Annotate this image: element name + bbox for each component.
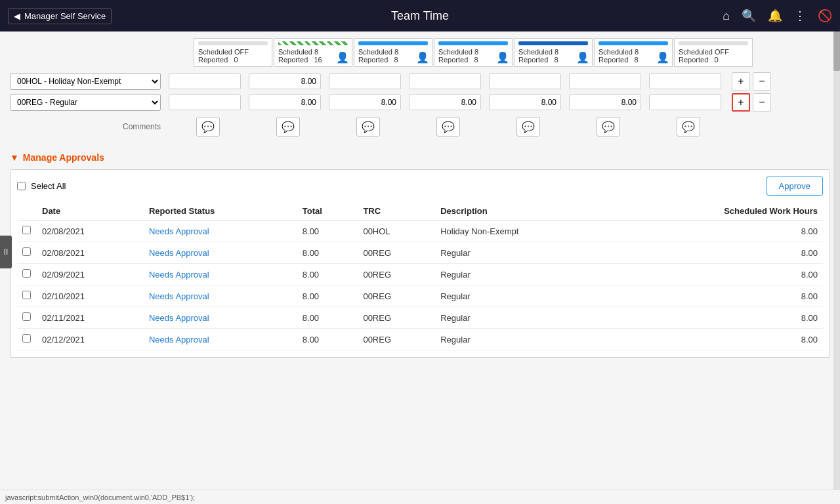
- row-2-input-3[interactable]: [329, 94, 401, 110]
- row-1-cell-7: [649, 74, 728, 89]
- comments-label: Comments: [10, 122, 167, 131]
- comment-icon-button-4[interactable]: 💬: [436, 117, 460, 136]
- row-total-1: 8.00: [297, 220, 358, 242]
- row-checkbox-6[interactable]: [22, 334, 31, 343]
- scrollbar[interactable]: [833, 32, 840, 501]
- needs-approval-link-1[interactable]: Needs Approval: [149, 226, 209, 236]
- row-status-4: Needs Approval: [144, 285, 297, 307]
- row-1-input-4[interactable]: [409, 74, 481, 89]
- day-col-bar-3: [358, 41, 428, 45]
- comment-btn-5: 💬: [489, 117, 568, 136]
- search-icon[interactable]: 🔍: [742, 9, 756, 23]
- status-bar: javascript:submitAction_win0(document.wi…: [0, 490, 840, 501]
- table-row: 02/08/2021 Needs Approval 8.00 00HOL Hol…: [17, 220, 823, 242]
- day-col-scheduled-1: Scheduled OFF: [198, 48, 268, 56]
- row-description-3: Regular: [435, 264, 614, 285]
- row-1-input-3[interactable]: [329, 74, 401, 89]
- needs-approval-link-6[interactable]: Needs Approval: [149, 335, 209, 345]
- row-1-cell-4: [409, 74, 488, 89]
- row-checkbox-5[interactable]: [22, 312, 31, 321]
- manage-approvals-header[interactable]: ▼ Manage Approvals: [10, 152, 830, 163]
- row-trc-3: 00REG: [358, 264, 435, 285]
- select-all-area: Select All: [17, 181, 66, 191]
- row-description-6: Regular: [435, 329, 614, 350]
- row-date-6: 02/12/2021: [37, 329, 144, 350]
- comment-icon-button-3[interactable]: 💬: [356, 117, 380, 136]
- needs-approval-link-4[interactable]: Needs Approval: [149, 291, 209, 301]
- day-col-2: Scheduled 8 Reported 16 👤: [274, 38, 352, 67]
- no-entry-icon[interactable]: 🚫: [818, 9, 832, 23]
- row-2-input-2[interactable]: [249, 94, 321, 110]
- row-2-input-4[interactable]: [409, 94, 481, 110]
- manage-approvals-section: ▼ Manage Approvals Select All Approve Da…: [10, 147, 830, 363]
- home-icon[interactable]: ⌂: [723, 9, 730, 23]
- row-total-6: 8.00: [297, 329, 358, 350]
- row-checkbox-3[interactable]: [22, 269, 31, 278]
- scrollbar-thumb[interactable]: [833, 32, 840, 71]
- select-all-checkbox[interactable]: [17, 182, 26, 190]
- row-label-2: 00REG - Regular: [10, 94, 167, 111]
- row-2-cell-2: [249, 94, 327, 110]
- row-1-cell-1: [169, 74, 247, 89]
- row-hours-3: 8.00: [614, 264, 823, 285]
- row-checkbox-1[interactable]: [22, 226, 31, 234]
- row-status-2: Needs Approval: [144, 242, 297, 264]
- row-2-input-6[interactable]: [569, 94, 641, 110]
- row-total-5: 8.00: [297, 307, 358, 329]
- comment-icon-button-1[interactable]: 💬: [196, 117, 220, 136]
- back-button[interactable]: ◀ Manager Self Service: [8, 8, 112, 24]
- col-checkbox-header: [17, 202, 37, 220]
- comment-icon-button-7[interactable]: 💬: [677, 117, 700, 136]
- row-1-input-1[interactable]: [169, 74, 241, 89]
- needs-approval-link-2[interactable]: Needs Approval: [149, 248, 209, 258]
- status-text: javascript:submitAction_win0(document.wi…: [5, 494, 195, 501]
- row-checkbox-cell-5: [17, 307, 37, 329]
- row-2-input-7[interactable]: [649, 94, 721, 110]
- row-1-input-7[interactable]: [649, 74, 721, 89]
- row-select-2[interactable]: 00REG - Regular: [10, 94, 161, 111]
- needs-approval-link-3[interactable]: Needs Approval: [149, 270, 209, 280]
- row-2-input-1[interactable]: [169, 94, 241, 110]
- comment-btn-1: 💬: [169, 117, 247, 136]
- more-icon[interactable]: ⋮: [794, 9, 806, 23]
- day-col-4: Scheduled 8 Reported 8 👤: [434, 38, 513, 67]
- row-1-input-6[interactable]: [569, 74, 641, 89]
- row-hours-5: 8.00: [614, 307, 823, 329]
- day-col-reported-7: Reported 0: [679, 56, 748, 64]
- add-row-button-1[interactable]: +: [732, 72, 750, 91]
- approve-button[interactable]: Approve: [766, 177, 823, 196]
- row-checkbox-2[interactable]: [22, 247, 31, 256]
- back-label: Manager Self Service: [24, 11, 106, 21]
- add-row-button-2[interactable]: +: [732, 93, 750, 112]
- row-select-1[interactable]: 00HOL - Holiday Non-Exempt: [10, 73, 161, 90]
- row-date-4: 02/10/2021: [37, 285, 144, 307]
- day-col-1: Scheduled OFF Reported 0: [194, 38, 272, 67]
- row-1-input-2[interactable]: [249, 74, 321, 89]
- needs-approval-link-5[interactable]: Needs Approval: [149, 313, 209, 323]
- row-hours-6: 8.00: [614, 329, 823, 350]
- table-header-row: Date Reported Status Total TRC Descripti…: [17, 202, 823, 220]
- comment-icon-button-2[interactable]: 💬: [276, 117, 300, 136]
- side-panel-tab[interactable]: II: [0, 236, 12, 268]
- table-row: 02/08/2021 Needs Approval 8.00 00REG Reg…: [17, 242, 823, 264]
- row-checkbox-cell-6: [17, 329, 37, 350]
- remove-row-button-1[interactable]: −: [753, 72, 771, 91]
- row-checkbox-cell-2: [17, 242, 37, 264]
- row-description-2: Regular: [435, 242, 614, 264]
- day-col-5: Scheduled 8 Reported 8 👤: [514, 38, 593, 67]
- row-checkbox-cell-3: [17, 264, 37, 285]
- row-1-input-5[interactable]: [489, 74, 561, 89]
- row-description-4: Regular: [435, 285, 614, 307]
- row-trc-2: 00REG: [358, 242, 435, 264]
- remove-row-button-2[interactable]: −: [753, 93, 771, 112]
- row-hours-2: 8.00: [614, 242, 823, 264]
- bell-icon[interactable]: 🔔: [768, 9, 782, 23]
- day-columns: Scheduled OFF Reported 0 Scheduled 8 Rep…: [194, 38, 830, 67]
- comment-icon-button-5[interactable]: 💬: [516, 117, 540, 136]
- row-label-1: 00HOL - Holiday Non-Exempt: [10, 73, 167, 90]
- row-2-input-5[interactable]: [489, 94, 561, 110]
- row-checkbox-4[interactable]: [22, 291, 31, 299]
- row-2-cell-1: [169, 94, 247, 110]
- comment-icon-button-6[interactable]: 💬: [597, 117, 620, 136]
- comment-btn-7: 💬: [649, 117, 728, 136]
